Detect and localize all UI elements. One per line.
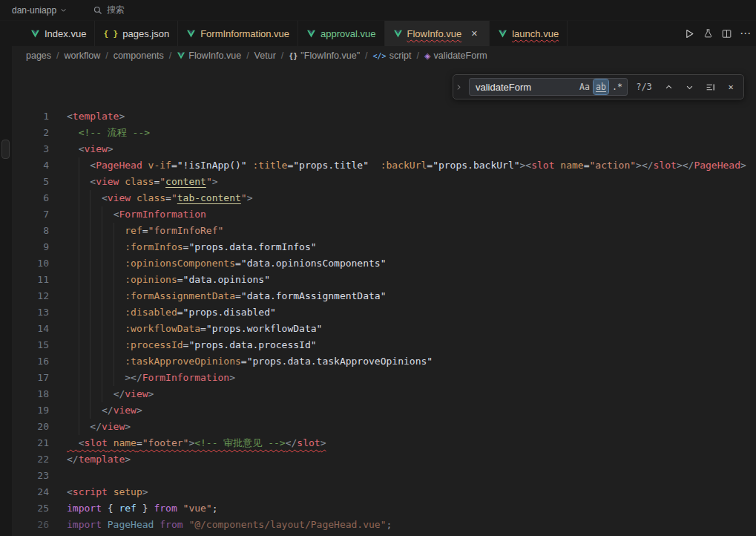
find-input[interactable] [476,82,577,93]
line-number[interactable]: 12 [12,288,49,304]
line-number[interactable]: 8 [12,223,49,239]
regex-button[interactable]: .* [610,79,625,94]
code-line: 25import { ref } from "vue"; [12,500,756,517]
chevron-down-icon [60,7,67,13]
code-line-text[interactable]: :formAssignmentData="data.formAssignment… [67,288,387,304]
line-number[interactable]: 6 [12,190,49,206]
line-number[interactable]: 17 [12,370,49,386]
line-number[interactable]: 23 [12,468,49,484]
breadcrumb-item[interactable]: components [114,50,164,61]
close-tab-icon[interactable]: ✕ [467,27,481,40]
next-match-button[interactable] [681,79,697,95]
search-icon [93,6,102,15]
code-line-text[interactable]: :opinionsComponents="data.opinionsCompon… [67,255,387,272]
more-actions-button[interactable]: ⋯ [736,24,755,43]
find-in-selection-button[interactable] [702,79,718,95]
toggle-replace-button[interactable] [453,75,464,99]
breadcrumb: pages / workflow / components / FlowInfo… [12,46,756,65]
code-line-text[interactable]: <script setup> [67,484,148,500]
code-line-text[interactable]: <FormInformation [67,206,206,223]
line-number[interactable]: 13 [12,304,49,321]
chevron-right-icon [456,84,462,91]
line-number[interactable]: 9 [12,239,49,255]
activity-bar[interactable] [0,21,12,536]
breadcrumb-separator: / [105,50,108,61]
code-line-text[interactable]: <view class="tab-content"> [67,190,252,206]
run-button[interactable] [680,24,699,43]
title-bar: dan-uniapp 搜索 [0,0,756,21]
breadcrumb-separator: / [365,50,367,61]
line-number[interactable]: 19 [12,402,49,419]
code-line-text[interactable]: :taskApproveOpinions="props.data.taskApp… [67,353,433,370]
code-lines: 1<template>2 <!-- 流程 -->3 <view>4 <PageH… [12,65,756,533]
tab-launch-vue[interactable]: launch.vue [490,21,568,46]
line-number[interactable]: 26 [12,517,49,533]
line-number[interactable]: 4 [12,157,49,174]
code-line-text[interactable]: <PageHead v-if="!isInApp()" :title="prop… [67,157,746,174]
code-line-text[interactable]: ></FormInformation> [67,370,235,386]
breadcrumb-item-method[interactable]: ◈ validateForm [424,50,487,61]
close-find-button[interactable]: ✕ [723,79,739,95]
line-number[interactable]: 5 [12,174,49,190]
code-line-text[interactable]: <template> [67,108,125,125]
code-line: 17 ></FormInformation> [12,370,756,386]
tab-forminformation-vue[interactable]: FormInformation.vue [178,21,298,46]
code-line: 23 [12,468,756,484]
split-editor-button[interactable] [717,24,736,43]
tab-index-vue[interactable]: Index.vue [22,21,95,46]
breadcrumb-item-script[interactable]: </> script [373,50,412,61]
tab-list: Index.vue { } pages.json FormInformation… [22,21,568,46]
match-case-button[interactable]: Aa [577,79,592,94]
line-number[interactable]: 24 [12,484,49,500]
line-number[interactable]: 25 [12,500,49,517]
line-number[interactable]: 10 [12,255,49,272]
code-line-text[interactable]: <slot name="footer"><!-- 审批意见 --></slot> [67,435,326,451]
test-beaker-icon[interactable] [699,24,717,43]
code-line-text[interactable]: :processId="props.data.processId" [67,337,317,353]
workspace-menu[interactable]: dan-uniapp [7,3,71,18]
tab-pages-json[interactable]: { } pages.json [95,21,178,46]
code-line: 18 </view> [12,386,756,402]
code-line-text[interactable]: :formInfos="props.data.formInfos" [67,239,317,255]
code-line-text[interactable]: :disabled="props.disabled" [67,304,276,321]
tab-approval-vue[interactable]: approval.vue [298,21,384,46]
code-line-text[interactable]: :opinions="data.opinions" [67,272,270,288]
code-line-text[interactable]: :workflowData="props.workflowData" [67,321,322,337]
breadcrumb-item-symbol[interactable]: {} "FlowInfo.vue" [289,50,360,61]
whole-word-button[interactable]: ab [594,79,608,94]
code-line: 3 <view> [12,141,756,157]
code-line-text[interactable]: <view> [67,141,114,157]
line-number[interactable]: 22 [12,451,49,468]
breadcrumb-item-file[interactable]: FlowInfo.vue [177,50,241,61]
breadcrumb-item[interactable]: pages [26,50,51,61]
code-line-text[interactable]: </view> [67,386,154,402]
breadcrumb-item[interactable]: workflow [65,50,101,61]
activity-bar-indicator[interactable] [1,140,10,159]
line-number[interactable]: 1 [12,108,49,125]
line-number[interactable]: 14 [12,321,49,337]
code-line-text[interactable]: <view class="content"> [67,174,218,190]
line-number[interactable]: 2 [12,125,49,141]
previous-match-button[interactable] [660,79,677,95]
code-line-text[interactable]: import PageHead from "@/components/layou… [67,517,392,533]
line-number[interactable]: 15 [12,337,49,353]
line-number[interactable]: 21 [12,435,49,451]
code-line-text[interactable]: <!-- 流程 --> [67,125,150,141]
code-line: 19 </view> [12,402,756,419]
line-number[interactable]: 7 [12,206,49,223]
chevron-down-icon [686,83,694,91]
code-line-text[interactable]: </view> [67,419,131,435]
line-number[interactable]: 18 [12,386,49,402]
tab-flowinfo-vue[interactable]: FlowInfo.vue ✕ [385,21,490,46]
line-number[interactable]: 3 [12,141,49,157]
line-number[interactable]: 16 [12,353,49,370]
line-number[interactable]: 20 [12,419,49,435]
breadcrumb-item[interactable]: Vetur [254,50,276,61]
code-line-text[interactable]: </template> [67,451,131,468]
code-line: 10 :opinionsComponents="data.opinionsCom… [12,255,756,272]
line-number[interactable]: 11 [12,272,49,288]
editor-pane[interactable]: Aa ab .* ?/3 ✕ 1<template>2 <!- [12,65,756,536]
code-line-text[interactable]: import { ref } from "vue"; [67,500,218,517]
code-line: 6 <view class="tab-content"> [12,190,756,206]
titlebar-search[interactable]: 搜索 [93,4,125,16]
